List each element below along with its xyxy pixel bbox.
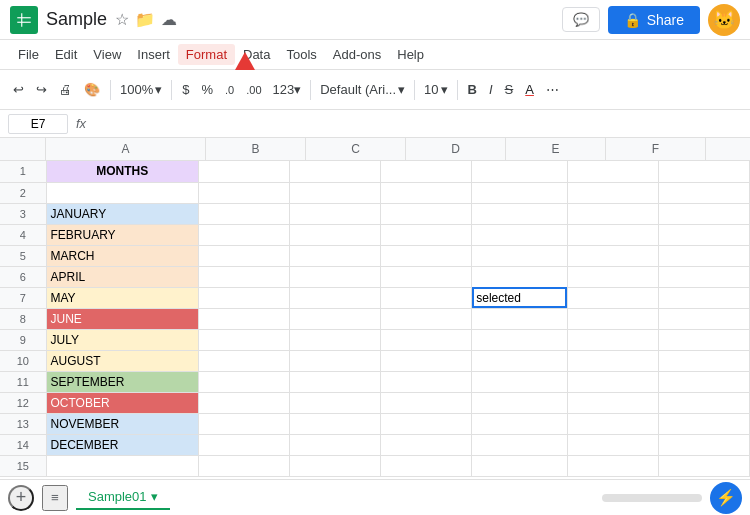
cell-g7[interactable] — [658, 287, 749, 308]
cell-a13[interactable]: NOVEMBER — [46, 413, 198, 434]
cell-a5[interactable]: MARCH — [46, 245, 198, 266]
menu-addons[interactable]: Add-ons — [325, 44, 389, 65]
sheet-tab[interactable]: Sample01 ▾ — [76, 485, 170, 510]
cell-a6[interactable]: APRIL — [46, 266, 198, 287]
folder-icon[interactable]: 📁 — [135, 10, 155, 29]
cell-f6[interactable] — [567, 266, 658, 287]
cell-d10[interactable] — [381, 350, 472, 371]
currency-button[interactable]: $ — [177, 78, 194, 101]
cell-f4[interactable] — [567, 224, 658, 245]
cell-e5[interactable] — [472, 245, 567, 266]
col-header-d[interactable]: D — [406, 138, 506, 160]
cloud-icon[interactable]: ☁ — [161, 10, 177, 29]
cell-e8[interactable] — [472, 308, 567, 329]
cell-c1[interactable] — [290, 161, 381, 182]
comment-button[interactable]: 💬 — [562, 7, 600, 32]
cell-c8[interactable] — [290, 308, 381, 329]
cell-c4[interactable] — [290, 224, 381, 245]
cell-e11[interactable] — [472, 371, 567, 392]
cell-d3[interactable] — [381, 203, 472, 224]
menu-edit[interactable]: Edit — [47, 44, 85, 65]
cell-d12[interactable] — [381, 392, 472, 413]
cell-a3[interactable]: JANUARY — [46, 203, 198, 224]
decimal-more-button[interactable]: .00 — [241, 80, 266, 100]
paint-format-button[interactable]: 🎨 — [79, 78, 105, 101]
cell-b3[interactable] — [198, 203, 289, 224]
cell-a14[interactable]: DECEMBER — [46, 434, 198, 455]
explore-button[interactable]: ⚡ — [710, 482, 742, 514]
cell-g14[interactable] — [658, 434, 749, 455]
cell-b7[interactable] — [198, 287, 289, 308]
cell-b1[interactable] — [198, 161, 289, 182]
cell-d4[interactable] — [381, 224, 472, 245]
cell-a11[interactable]: SEPTEMBER — [46, 371, 198, 392]
cell-e13[interactable] — [472, 413, 567, 434]
cell-e2[interactable] — [472, 182, 567, 203]
cell-g10[interactable] — [658, 350, 749, 371]
more-button[interactable]: ⋯ — [541, 78, 564, 101]
redo-button[interactable]: ↪ — [31, 78, 52, 101]
cell-b6[interactable] — [198, 266, 289, 287]
underline-color-button[interactable]: A — [520, 78, 539, 101]
cell-e4[interactable] — [472, 224, 567, 245]
cell-d9[interactable] — [381, 329, 472, 350]
cell-c6[interactable] — [290, 266, 381, 287]
cell-b14[interactable] — [198, 434, 289, 455]
cell-f7[interactable] — [567, 287, 658, 308]
cell-b12[interactable] — [198, 392, 289, 413]
cell-reference-input[interactable] — [8, 114, 68, 134]
cell-c15[interactable] — [290, 455, 381, 476]
font-family-select[interactable]: Default (Ari... ▾ — [316, 80, 409, 99]
cell-c5[interactable] — [290, 245, 381, 266]
cell-f12[interactable] — [567, 392, 658, 413]
cell-e1[interactable] — [472, 161, 567, 182]
menu-insert[interactable]: Insert — [129, 44, 178, 65]
cell-b2[interactable] — [198, 182, 289, 203]
cell-g13[interactable] — [658, 413, 749, 434]
font-size-select[interactable]: 10 ▾ — [420, 80, 451, 99]
cell-e6[interactable] — [472, 266, 567, 287]
cell-d6[interactable] — [381, 266, 472, 287]
cell-c11[interactable] — [290, 371, 381, 392]
cell-a9[interactable]: JULY — [46, 329, 198, 350]
cell-g9[interactable] — [658, 329, 749, 350]
cell-b4[interactable] — [198, 224, 289, 245]
cell-c3[interactable] — [290, 203, 381, 224]
format-type-select[interactable]: 123▾ — [269, 80, 306, 99]
cell-d13[interactable] — [381, 413, 472, 434]
add-sheet-button[interactable]: + — [8, 485, 34, 511]
print-button[interactable]: 🖨 — [54, 78, 77, 101]
cell-e15[interactable] — [472, 455, 567, 476]
cell-f5[interactable] — [567, 245, 658, 266]
menu-view[interactable]: View — [85, 44, 129, 65]
cell-g15[interactable] — [658, 455, 749, 476]
cell-a10[interactable]: AUGUST — [46, 350, 198, 371]
cell-f9[interactable] — [567, 329, 658, 350]
cell-e3[interactable] — [472, 203, 567, 224]
menu-tools[interactable]: Tools — [278, 44, 324, 65]
cell-g8[interactable] — [658, 308, 749, 329]
cell-a2[interactable] — [46, 182, 198, 203]
cell-b15[interactable] — [198, 455, 289, 476]
strikethrough-button[interactable]: S — [500, 78, 519, 101]
col-header-b[interactable]: B — [206, 138, 306, 160]
bold-button[interactable]: B — [463, 78, 482, 101]
cell-c10[interactable] — [290, 350, 381, 371]
cell-a8[interactable]: JUNE — [46, 308, 198, 329]
cell-f11[interactable] — [567, 371, 658, 392]
menu-format[interactable]: Format — [178, 44, 235, 65]
cell-a12[interactable]: OCTOBER — [46, 392, 198, 413]
star-icon[interactable]: ☆ — [115, 10, 129, 29]
cell-g12[interactable] — [658, 392, 749, 413]
cell-f2[interactable] — [567, 182, 658, 203]
cell-f10[interactable] — [567, 350, 658, 371]
cell-d5[interactable] — [381, 245, 472, 266]
zoom-select[interactable]: 100% ▾ — [116, 80, 166, 99]
cell-e14[interactable] — [472, 434, 567, 455]
cell-a15[interactable] — [46, 455, 198, 476]
cell-f13[interactable] — [567, 413, 658, 434]
cell-c7[interactable] — [290, 287, 381, 308]
menu-file[interactable]: File — [10, 44, 47, 65]
cell-d7[interactable] — [381, 287, 472, 308]
cell-c12[interactable] — [290, 392, 381, 413]
